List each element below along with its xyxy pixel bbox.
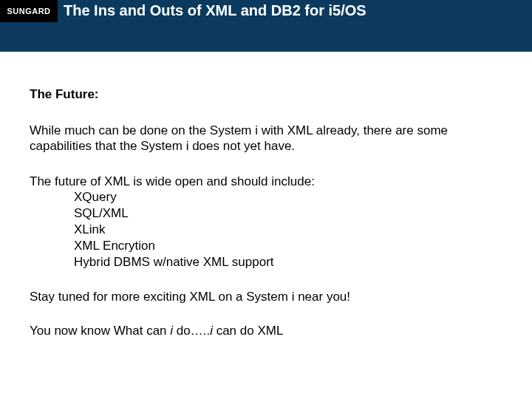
closing-line-2: You now know What can i do…..i can do XM… (30, 324, 502, 338)
slide-title: The Ins and Outs of XML and DB2 for i5/O… (58, 0, 366, 19)
section-heading: The Future: (30, 87, 502, 102)
brand-logo-text: SUNGARD (7, 7, 50, 16)
closing-line-1: Stay tuned for more exciting XML on a Sy… (30, 290, 502, 304)
list-item: Hybrid DBMS w/native XML support (74, 254, 502, 270)
feature-list: XQuery SQL/XML XLink XML Encrytion Hybri… (30, 189, 502, 270)
closing-text: can do XML (213, 324, 283, 338)
slide-body: The Future: While much can be done on th… (0, 52, 532, 338)
list-item: XLink (74, 222, 502, 238)
closing-text: do….. (173, 324, 210, 338)
intro-paragraph: While much can be done on the System i w… (30, 123, 502, 154)
slide-header: SUNGARD The Ins and Outs of XML and DB2 … (0, 0, 532, 52)
closing-text: You now know What can (30, 324, 170, 338)
list-item: XQuery (74, 189, 502, 205)
list-item: XML Encrytion (74, 238, 502, 254)
list-intro: The future of XML is wide open and shoul… (30, 174, 502, 189)
list-item: SQL/XML (74, 205, 502, 222)
brand-logo: SUNGARD (0, 0, 58, 22)
